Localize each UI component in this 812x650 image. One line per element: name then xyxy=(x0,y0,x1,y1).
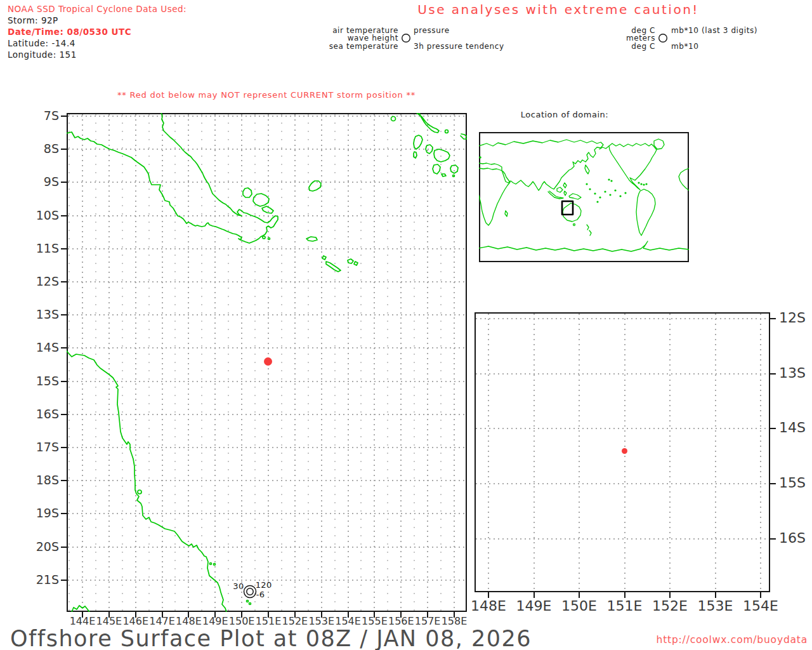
lon-tick-label: 154E xyxy=(735,598,786,614)
island xyxy=(461,134,467,139)
lat-tick-label: 16S xyxy=(27,407,59,421)
island xyxy=(391,117,396,121)
lat-tick-label: 16S xyxy=(779,530,812,546)
new-zealand xyxy=(589,230,591,235)
island xyxy=(322,256,326,260)
islet xyxy=(249,603,251,605)
lat-tick-label: 7S xyxy=(27,109,59,123)
island xyxy=(348,259,353,263)
unit-pressure-tendency: mb*10 xyxy=(671,42,699,51)
lat-tick-label: 14S xyxy=(779,420,812,435)
lat-tick-label: 17S xyxy=(27,440,59,454)
lon-tick-label: 152E xyxy=(645,598,695,614)
storm-longitude-line: Longitude: 151 xyxy=(8,50,77,60)
australia-coastline xyxy=(67,351,226,612)
greenland xyxy=(654,139,664,149)
islet xyxy=(445,130,449,133)
legend-sea-temperature: sea temperature xyxy=(304,42,398,51)
island xyxy=(433,164,440,174)
madagascar xyxy=(505,211,508,216)
station-tendency-value: -6 xyxy=(256,590,265,599)
lat-tick-label: 9S xyxy=(27,175,59,189)
station-pressure-value: 120 xyxy=(256,580,272,590)
borneo xyxy=(557,187,563,192)
island xyxy=(414,135,422,149)
storm-position-warning: ** Red dot below may NOT represent CURRE… xyxy=(108,90,425,100)
world-map xyxy=(479,132,689,262)
philippines xyxy=(563,183,566,188)
antarctica-coastline xyxy=(479,241,689,251)
png-coastline xyxy=(67,113,278,243)
sulawesi xyxy=(564,191,566,196)
station-air-temp-value: 30 xyxy=(225,581,244,591)
lat-tick-label: 19S xyxy=(27,506,59,520)
lat-tick-label: 13S xyxy=(27,307,59,321)
island xyxy=(309,181,321,191)
new-guinea xyxy=(569,194,581,199)
island xyxy=(354,262,358,265)
island xyxy=(442,174,446,176)
lat-tick-label: 11S xyxy=(27,241,59,255)
lat-tick-label: 18S xyxy=(27,473,59,487)
lat-tick-label: 12S xyxy=(779,310,812,326)
buoy-plot-page: NOAA SSD Tropical Cyclone Data Used: Sto… xyxy=(0,0,812,650)
station-circle-icon xyxy=(401,33,411,43)
lat-tick-label: 15S xyxy=(27,374,59,388)
africa-east-coastline xyxy=(479,168,510,225)
domain-inset-title: Location of domain: xyxy=(501,110,628,119)
coast-fragment xyxy=(72,606,89,612)
lat-tick-label: 10S xyxy=(27,208,59,222)
legend-pressure: pressure xyxy=(414,26,450,35)
lat-tick-label: 13S xyxy=(779,365,812,381)
islet xyxy=(263,236,265,239)
storm-id-line: Storm: 92P xyxy=(8,15,58,25)
islet xyxy=(247,600,249,602)
site-url-link[interactable]: http://coolwx.com/buoydata xyxy=(617,634,808,646)
africa-west-coastline xyxy=(679,168,689,190)
eurasia-coastline xyxy=(479,140,603,190)
island xyxy=(138,490,141,494)
unit-wave-height: meters xyxy=(584,34,655,43)
island xyxy=(326,262,341,272)
storm-datetime-line: Date/Time: 08/0530 UTC xyxy=(8,27,131,37)
island xyxy=(306,237,317,241)
lat-tick-label: 20S xyxy=(27,540,59,554)
lat-tick-label: 15S xyxy=(779,475,812,491)
australia xyxy=(563,203,581,222)
legend-pressure-tendency: 3h pressure tendency xyxy=(414,42,504,51)
cyclone-source-label: NOAA SSD Tropical Cyclone Data Used: xyxy=(8,4,187,14)
south-america xyxy=(636,189,655,235)
lat-tick-label: 21S xyxy=(27,573,59,587)
lon-tick-label: 148E xyxy=(463,598,514,614)
island xyxy=(426,145,433,154)
islet xyxy=(453,175,455,177)
lon-tick-label: 153E xyxy=(690,598,741,614)
station-circle-icon xyxy=(658,33,668,43)
island xyxy=(253,194,269,206)
island xyxy=(262,206,273,213)
japan xyxy=(585,165,589,174)
island xyxy=(414,152,417,158)
indonesia xyxy=(548,191,563,199)
lat-tick-label: 14S xyxy=(27,340,59,354)
storm-latitude-line: Latitude: -14.4 xyxy=(8,38,75,48)
islet xyxy=(268,238,270,240)
island xyxy=(243,188,252,197)
islet xyxy=(210,563,212,565)
unit-pressure: mb*10 (last 3 digits) xyxy=(671,26,757,35)
unit-sea-temperature: deg C xyxy=(584,42,655,51)
island xyxy=(450,165,458,173)
tasmania xyxy=(573,224,575,226)
plot-title: Offshore Surface Plot at 08Z / JAN 08, 2… xyxy=(10,626,532,650)
lon-tick-label: 150E xyxy=(554,598,605,614)
lon-tick-label: 149E xyxy=(509,598,560,614)
north-america xyxy=(609,143,657,190)
new-zealand xyxy=(587,225,589,230)
island xyxy=(417,113,439,133)
storm-position-dot-inset xyxy=(622,448,627,454)
islet xyxy=(214,564,216,566)
lon-tick-label: 151E xyxy=(599,598,650,614)
lat-tick-label: 8S xyxy=(27,142,59,156)
caution-headline: Use analyses with extreme caution! xyxy=(381,2,736,17)
island xyxy=(434,149,450,162)
